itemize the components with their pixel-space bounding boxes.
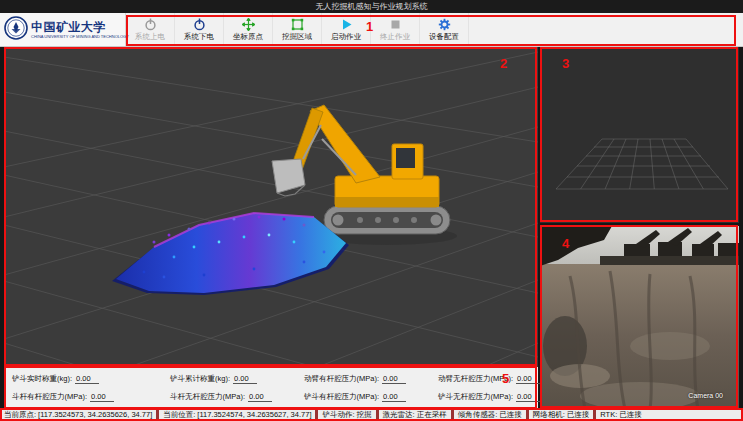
status-label: 倾角传感器: xyxy=(458,410,498,420)
status-value: 挖掘 xyxy=(357,410,372,420)
toolbar-button-label: 系统下电 xyxy=(184,32,214,42)
power-on-icon xyxy=(144,17,157,30)
status-label: 网络相机: xyxy=(533,410,565,420)
main-3d-canvas xyxy=(4,47,538,367)
status-tilt-sensor: 倾角传感器: 已连接 xyxy=(454,410,526,420)
metric-value: 0.00 xyxy=(248,392,272,402)
toolbar-button-power-off[interactable]: 系统下电 xyxy=(175,13,224,46)
metric-boom-rodless-pressure: 动臂无杆腔压力(MPa): 0.00 xyxy=(438,370,540,388)
app-window: 无人挖掘机感知与作业规划系统 中国矿业大学 CHINA UNIVERSITY O… xyxy=(0,0,743,421)
toolbar-button-stop-job[interactable]: 终止作业 xyxy=(371,13,420,46)
metric-value: 0.00 xyxy=(382,392,406,402)
status-rtk: RTK: 已连接 xyxy=(596,410,645,420)
status-value: 已连接 xyxy=(619,410,642,420)
status-network-camera: 网络相机: 已连接 xyxy=(529,410,594,420)
university-name-cn: 中国矿业大学 xyxy=(31,21,129,33)
metric-label: 铲斗无杆腔压力(MPa): xyxy=(438,392,513,402)
camera-label: Camera 00 xyxy=(688,392,723,399)
metric-value: 0.00 xyxy=(516,374,540,384)
camera-feed-panel: Camera 00 xyxy=(540,226,739,409)
metric-boom-rod-pressure: 动臂有杆腔压力(MPa): 0.00 xyxy=(304,370,438,388)
university-emblem-icon xyxy=(4,16,28,44)
metric-value: 0.00 xyxy=(233,374,257,384)
status-label: 当前原点: xyxy=(4,410,36,420)
university-logo: 中国矿业大学 CHINA UNIVERSITY OF MINING AND TE… xyxy=(0,13,126,46)
start-job-icon xyxy=(340,17,353,30)
status-label: RTK: xyxy=(600,410,617,420)
coordinate-origin-icon xyxy=(242,17,255,30)
status-label: 当前位置: xyxy=(163,410,195,420)
toolbar-button-label: 启动作业 xyxy=(331,32,361,42)
status-label: 激光雷达: xyxy=(383,410,415,420)
status-value: 已连接 xyxy=(499,410,522,420)
metric-value: 0.00 xyxy=(516,392,540,402)
metric-bucket-cumulative-weight: 铲斗累计称重(kg): 0.00 xyxy=(170,370,304,388)
metric-label: 斗杆有杆腔压力(MPa): xyxy=(12,392,87,402)
metric-arm-rodless-pressure: 斗杆无杆腔压力(MPa): 0.00 xyxy=(170,388,304,406)
statusbar: 当前原点: [117.3524573, 34.2635626, 34.77] 当… xyxy=(0,409,743,421)
status-current-position: 当前位置: [117.3524574, 34.2635627, 34.77] xyxy=(159,410,315,420)
excavation-area-icon xyxy=(291,17,304,30)
status-current-origin: 当前原点: [117.3524573, 34.2635626, 34.77] xyxy=(0,410,156,420)
camera-feed-image xyxy=(540,226,739,409)
toolbar-button-device-config[interactable]: 设备配置 xyxy=(420,13,469,46)
toolbar-button-power-on[interactable]: 系统上电 xyxy=(126,13,175,46)
toolbar-buttons: 系统上电 系统下电 坐标原点 挖掘区域 xyxy=(126,13,469,46)
metric-value: 0.00 xyxy=(382,374,406,384)
toolbar-button-coordinate-origin[interactable]: 坐标原点 xyxy=(224,13,273,46)
metric-bucket-realtime-weight: 铲斗实时称重(kg): 0.00 xyxy=(12,370,170,388)
planning-3d-view[interactable] xyxy=(540,47,739,223)
metric-bucket-rod-pressure: 铲斗有杆腔压力(MPa): 0.00 xyxy=(304,388,438,406)
main-3d-view[interactable] xyxy=(4,47,538,367)
titlebar: 无人挖掘机感知与作业规划系统 xyxy=(0,0,743,13)
status-value: [117.3524574, 34.2635627, 34.77] xyxy=(197,410,311,420)
metric-label: 动臂无杆腔压力(MPa): xyxy=(438,374,513,384)
toolbar: 中国矿业大学 CHINA UNIVERSITY OF MINING AND TE… xyxy=(0,13,743,47)
status-value: [117.3524573, 34.2635626, 34.77] xyxy=(38,410,152,420)
metric-label: 铲斗累计称重(kg): xyxy=(170,374,230,384)
university-name: 中国矿业大学 CHINA UNIVERSITY OF MINING AND TE… xyxy=(31,21,129,39)
toolbar-button-label: 设备配置 xyxy=(429,32,459,42)
toolbar-button-start-job[interactable]: 启动作业 xyxy=(322,13,371,46)
window-title: 无人挖掘机感知与作业规划系统 xyxy=(316,2,428,11)
status-value: 已连接 xyxy=(567,410,590,420)
metrics-panel: 铲斗实时称重(kg): 0.00 铲斗累计称重(kg): 0.00 动臂有杆腔压… xyxy=(4,367,538,409)
metric-value: 0.00 xyxy=(75,374,99,384)
planning-3d-canvas xyxy=(540,47,739,223)
metric-label: 铲斗实时称重(kg): xyxy=(12,374,72,384)
status-lidar: 激光雷达: 正在采样 xyxy=(379,410,451,420)
metric-label: 动臂有杆腔压力(MPa): xyxy=(304,374,379,384)
device-config-icon xyxy=(438,17,451,30)
status-value: 正在采样 xyxy=(417,410,447,420)
stop-job-icon xyxy=(389,17,402,30)
toolbar-button-label: 系统上电 xyxy=(135,32,165,42)
metric-label: 铲斗有杆腔压力(MPa): xyxy=(304,392,379,402)
metric-arm-rod-pressure: 斗杆有杆腔压力(MPa): 0.00 xyxy=(12,388,170,406)
metric-bucket-rodless-pressure: 铲斗无杆腔压力(MPa): 0.00 xyxy=(438,388,540,406)
university-name-en: CHINA UNIVERSITY OF MINING AND TECHNOLOG… xyxy=(31,35,129,39)
toolbar-button-label: 终止作业 xyxy=(380,32,410,42)
toolbar-button-label: 挖掘区域 xyxy=(282,32,312,42)
metric-value: 0.00 xyxy=(90,392,114,402)
status-bucket-action: 铲斗动作: 挖掘 xyxy=(318,410,375,420)
power-off-icon xyxy=(193,17,206,30)
metric-label: 斗杆无杆腔压力(MPa): xyxy=(170,392,245,402)
toolbar-button-label: 坐标原点 xyxy=(233,32,263,42)
toolbar-button-excavation-area[interactable]: 挖掘区域 xyxy=(273,13,322,46)
status-label: 铲斗动作: xyxy=(322,410,354,420)
